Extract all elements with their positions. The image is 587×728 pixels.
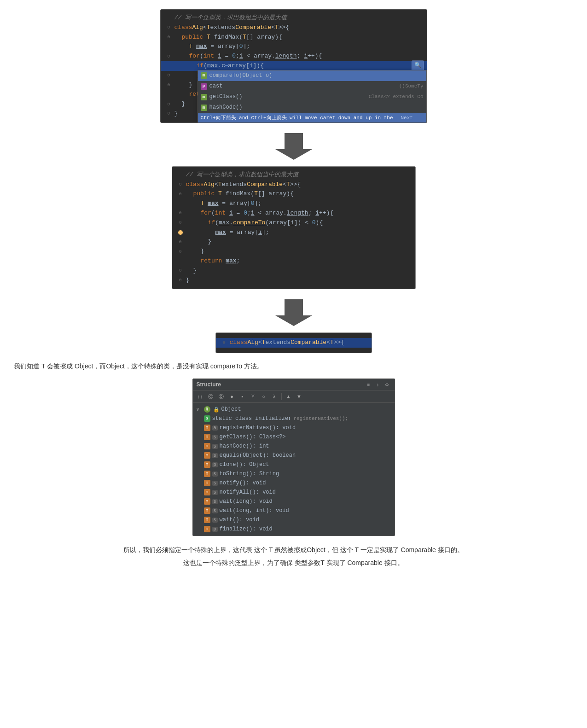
next-tip-link[interactable]: Next Tip bbox=[401, 114, 423, 123]
struct-m-icon-10: m bbox=[204, 507, 210, 514]
ac-method-icon-3: m bbox=[201, 105, 207, 111]
struct-icon-list[interactable]: ≡ bbox=[365, 381, 372, 388]
struct-row-wait[interactable]: m s wait(): void bbox=[193, 515, 395, 524]
struct-row-toString[interactable]: m s toString(): String bbox=[193, 469, 395, 478]
struct-getClass-label: getClass(): Class<?> bbox=[220, 434, 286, 440]
autocomplete-popup[interactable]: m compareTo(Object o) p cast ((SomeTy m … bbox=[198, 70, 427, 123]
structure-title-bar: Structure ≡ ↕ ⚙ bbox=[193, 379, 395, 390]
ac-item-4-label: hashCode() bbox=[209, 103, 243, 112]
struct-hashCode-label: hashCode(): int bbox=[220, 443, 269, 449]
s2-gutter-4: ⊖ bbox=[177, 210, 184, 217]
struct-m-icon-1: m bbox=[204, 425, 210, 431]
struct-icon-gear[interactable]: ⚙ bbox=[384, 381, 391, 388]
fold-icon-11: ⊖ bbox=[167, 110, 170, 117]
struct-row-notify[interactable]: m s notify(): void bbox=[193, 478, 395, 488]
struct-registerNatives-label: registerNatives(): void bbox=[220, 425, 296, 431]
ac-method-icon-1: m bbox=[201, 72, 207, 79]
ac-method-icon-2: m bbox=[201, 94, 207, 100]
struct-row-finalize[interactable]: m p finalize(): void bbox=[193, 524, 395, 534]
code-area-1: // 写一个泛型类，求出数组当中的最大值 ⊖ class Alg<T exten… bbox=[161, 10, 427, 122]
struct-mod-p-1: p bbox=[212, 462, 218, 467]
comment-text: // 写一个泛型类，求出数组当中的最大值 bbox=[174, 13, 287, 23]
s2-gutter-10: ⊖ bbox=[177, 267, 184, 274]
svg-marker-1 bbox=[275, 299, 312, 326]
s2-line-7: ⊖ } bbox=[172, 237, 415, 247]
struct-static-icon: S bbox=[204, 415, 210, 422]
s2-line-2: ⊖ public T findMax(T[] array){ bbox=[172, 189, 415, 199]
gutter-fold-1: ⊖ bbox=[165, 24, 173, 31]
bottom-explanation-line2: 这也是一个特殊的泛型上界，为了确保 类型参数T 实现了 Comparable 接… bbox=[14, 556, 573, 569]
autocomplete-item-1[interactable]: m compareTo(Object o) bbox=[198, 70, 426, 81]
struct-row-wait-long-int[interactable]: m s wait(long, int): void bbox=[193, 506, 395, 515]
gutter-fold-4: ⊖ bbox=[165, 53, 173, 60]
fold-icon-10: ⊖ bbox=[167, 101, 170, 108]
struct-row-getClass[interactable]: m s getClass(): Class<?> bbox=[193, 432, 395, 442]
struct-mod-a: a bbox=[212, 425, 218, 431]
yellow-dot bbox=[178, 230, 183, 235]
struct-row-equals[interactable]: m s equals(Object): boolean bbox=[193, 451, 395, 460]
fold-icon-8: ⊖ bbox=[167, 82, 170, 89]
s2-line-8: ⊖ } bbox=[172, 247, 415, 256]
struct-mod-s-5: s bbox=[212, 481, 218, 486]
struct-btn-0[interactable]: ⓪ bbox=[217, 392, 226, 401]
struct-row-registerNatives[interactable]: m a registerNatives(): void bbox=[193, 423, 395, 432]
struct-btn-square[interactable]: ▪ bbox=[238, 392, 247, 401]
struct-notify-label: notify(): void bbox=[220, 480, 266, 486]
struct-btn-o[interactable]: ○ bbox=[259, 392, 268, 401]
struct-btn-y[interactable]: Y bbox=[249, 392, 258, 401]
struct-expand-object[interactable]: ∨ bbox=[197, 407, 202, 412]
s2-gutter-5: ⊖ bbox=[177, 219, 184, 227]
struct-btn-sort-alpha[interactable]: ↕↕ bbox=[196, 392, 205, 401]
struct-row-clone[interactable]: m p clone(): Object bbox=[193, 460, 395, 469]
s2-gutter-2: ⊖ bbox=[177, 191, 184, 198]
code-line-3: T max = array[0]; bbox=[161, 42, 427, 52]
struct-clone-label: clone(): Object bbox=[220, 461, 269, 468]
struct-icon-sort[interactable]: ↕ bbox=[374, 381, 382, 388]
struct-row-object[interactable]: ∨ Q 🔒 Object bbox=[193, 405, 395, 414]
fold-icon-7: ⊖ bbox=[167, 72, 170, 79]
explanation-1: 我们知道 T 会被擦成 Object，而Object，这个特殊的类，是没有实现 … bbox=[14, 361, 573, 372]
code-line-1: ⊖ class Alg<T extends Comparable<T>>{ bbox=[161, 23, 427, 33]
bottom-explanation: 所以，我们必须指定一个特殊的上界，这代表 这个 T 虽然被擦成Object，但 … bbox=[14, 543, 573, 569]
code-line-2: ⊖ public T findMax(T[] array){ bbox=[161, 33, 427, 42]
ac-tip-text: Ctrl+向下箭头 and Ctrl+向上箭头 will move caret … bbox=[201, 114, 399, 123]
struct-toString-label: toString(): String bbox=[220, 471, 279, 477]
s2-line-11: ⊖ } bbox=[172, 276, 415, 285]
struct-m-icon-8: m bbox=[204, 489, 210, 495]
s2-comment: // 写一个泛型类，求出数组当中的最大值 bbox=[172, 170, 415, 180]
structure-toolbar: ↕↕ ⓒ ⓪ ● ▪ Y ○ λ ▲ ▼ bbox=[193, 390, 395, 403]
autocomplete-item-2[interactable]: p cast ((SomeTy bbox=[198, 81, 426, 92]
struct-btn-up[interactable]: ▲ bbox=[284, 392, 293, 401]
struct-mod-s-2: s bbox=[212, 444, 218, 449]
struct-btn-lambda[interactable]: λ bbox=[270, 392, 279, 401]
struct-btn-c[interactable]: ⓒ bbox=[206, 392, 215, 401]
struct-m-icon-7: m bbox=[204, 480, 210, 486]
struct-mod-s-4: s bbox=[212, 472, 218, 477]
autocomplete-item-4[interactable]: m hashCode() bbox=[198, 102, 426, 113]
struct-btn-circle[interactable]: ● bbox=[227, 392, 237, 401]
s2-line-9: return max; bbox=[172, 256, 415, 266]
struct-row-wait-long[interactable]: m s wait(long): void bbox=[193, 497, 395, 506]
struct-row-hashCode[interactable]: m s hashCode(): int bbox=[193, 442, 395, 451]
code-screenshot-2: // 写一个泛型类，求出数组当中的最大值 ⊖ class Alg<T exten… bbox=[172, 166, 416, 290]
s2-line-5: ⊖ if(max.compareTo(array[i]) < 0){ bbox=[172, 218, 415, 228]
struct-static-init-label: static class initializer bbox=[212, 415, 292, 422]
struct-mod-s-1: s bbox=[212, 435, 218, 440]
struct-row-static-init[interactable]: S static class initializer registerNativ… bbox=[193, 414, 395, 423]
struct-object-label: Object bbox=[221, 406, 241, 413]
autocomplete-tip-bar: Ctrl+向下箭头 and Ctrl+向上箭头 will move caret … bbox=[198, 113, 426, 123]
struct-object-icon: Q bbox=[204, 406, 210, 413]
s3-gutter-1: ⊖ bbox=[221, 339, 228, 347]
structure-panel: Structure ≡ ↕ ⚙ ↕↕ ⓒ ⓪ ● ▪ Y ○ λ ▲ ▼ ∨ Q… bbox=[192, 379, 395, 536]
struct-m-icon-5: m bbox=[204, 461, 210, 468]
struct-btn-down[interactable]: ▼ bbox=[295, 392, 304, 401]
structure-icon-bar: ≡ ↕ ⚙ bbox=[365, 381, 391, 388]
structure-title: Structure bbox=[197, 381, 221, 388]
struct-mod-s-3: s bbox=[212, 453, 218, 458]
gutter-fold-8: ⊖ bbox=[165, 82, 173, 89]
autocomplete-item-3[interactable]: m getClass() Class<? extends Co bbox=[198, 92, 426, 102]
arrow-down-1 bbox=[275, 133, 312, 161]
gutter-fold-2: ⊖ bbox=[165, 34, 173, 41]
struct-row-notifyAll[interactable]: m s notifyAll(): void bbox=[193, 488, 395, 497]
s2-line-6: max = array[i]; bbox=[172, 228, 415, 238]
